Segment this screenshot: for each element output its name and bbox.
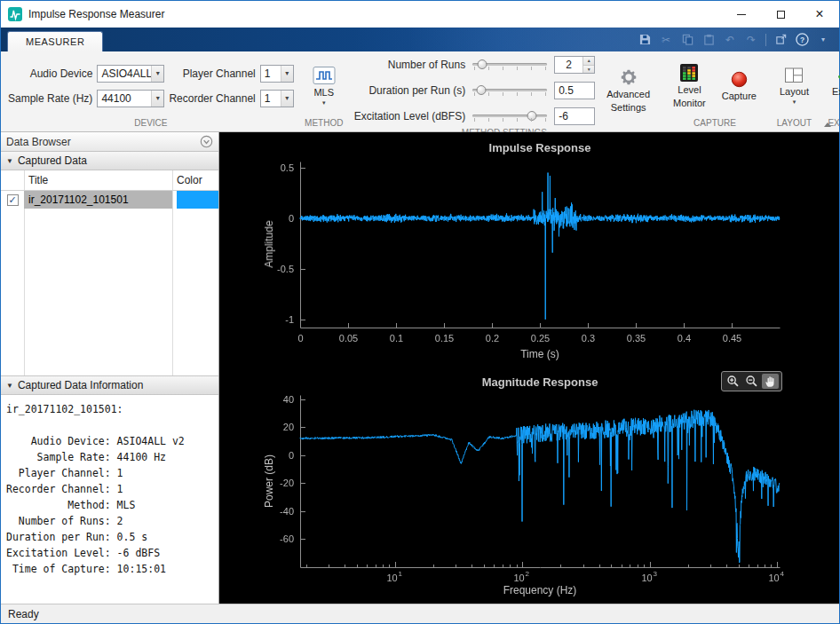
copy-icon[interactable] [680, 33, 694, 47]
sample-rate-label: Sample Rate (Hz) [8, 92, 92, 105]
collapse-triangle-icon: ▼ [6, 157, 13, 165]
layout-section-label: LAYOUT [768, 117, 820, 131]
slider-thumb[interactable] [527, 111, 536, 121]
status-bar: Ready [1, 604, 839, 623]
chevron-down-icon: ▾ [281, 66, 293, 82]
level-meter-icon [679, 63, 699, 83]
magnitude-response-canvas[interactable] [219, 370, 839, 604]
captured-data-table: Title Color ✓ ir_20171102_101501 [1, 170, 218, 376]
captured-data-info-header[interactable]: ▼ Captured Data Information [1, 376, 218, 395]
data-browser-title: Data Browser [6, 136, 71, 148]
magnitude-ylabel: Power (dB) [263, 454, 275, 508]
redo-icon[interactable]: ↷ [744, 33, 758, 47]
zoom-in-button[interactable] [725, 374, 741, 389]
row-title[interactable]: ir_20171102_101501 [24, 191, 172, 209]
recorder-channel-label: Recorder Channel [169, 92, 255, 105]
slider-thumb[interactable] [478, 59, 487, 69]
advanced-settings-button[interactable]: Advanced Settings [602, 66, 654, 115]
duration-per-run-slider[interactable] [471, 83, 549, 98]
zoom-out-icon [745, 375, 758, 388]
number-of-runs-spinner[interactable]: 2 ▲▼ [554, 56, 595, 74]
capture-section-label: CAPTURE [662, 117, 768, 131]
audio-device-dropdown[interactable]: ASIO4ALL... ▾ [97, 65, 164, 83]
maximize-button[interactable] [761, 1, 800, 28]
minimize-icon [737, 14, 746, 15]
captured-data-info: ir_20171102_101501: Audio Device: ASIO4A… [1, 395, 218, 604]
duration-per-run-field[interactable]: 0.5 [554, 82, 595, 99]
chevron-down-icon: ▾ [281, 91, 293, 107]
close-button[interactable]: × [800, 1, 839, 28]
table-row[interactable]: ✓ ir_20171102_101501 [1, 191, 218, 209]
method-value: MLS [313, 87, 334, 99]
player-channel-label: Player Channel [169, 67, 255, 80]
chevron-down-icon: ▾ [151, 91, 163, 107]
level-monitor-button[interactable]: Level Monitor [669, 61, 710, 110]
method-settings-section: Number of Runs 2 ▲▼ Duration per Run (s)… [347, 51, 662, 131]
panel-menu-icon[interactable] [200, 135, 213, 148]
device-section-label: DEVICE [1, 117, 301, 131]
export-button[interactable]: Export ▾ [828, 66, 840, 106]
chevron-down-icon: ▾ [151, 66, 163, 82]
toolbar-separator [765, 34, 766, 46]
recorder-channel-dropdown[interactable]: 1 ▾ [260, 90, 294, 107]
pan-button[interactable] [762, 374, 779, 389]
window-title: Impulse Response Measurer [28, 8, 164, 20]
chevron-down-icon: ▾ [322, 100, 326, 106]
paste-icon[interactable] [701, 33, 716, 47]
slider-thumb[interactable] [477, 85, 487, 95]
chevron-down-icon: ▾ [793, 99, 796, 105]
close-icon: × [815, 7, 823, 21]
svg-text:?: ? [799, 36, 804, 44]
status-text: Ready [8, 608, 39, 620]
tab-measurer[interactable]: MEASURER [7, 31, 103, 51]
detach-icon[interactable] [773, 33, 788, 47]
plot-zoom-toolbar [721, 371, 782, 391]
title-column-header[interactable]: Title [24, 174, 172, 186]
impulse-plot-title: Impulse Response [300, 141, 780, 154]
number-of-runs-slider[interactable] [471, 58, 549, 72]
minimize-button[interactable] [722, 1, 761, 28]
magnitude-plot-title: Magnitude Response [300, 375, 780, 389]
spinner-arrows-icon[interactable]: ▲▼ [582, 57, 594, 73]
capture-button[interactable]: Capture [717, 68, 761, 104]
sample-rate-dropdown[interactable]: 44100 ▾ [97, 90, 164, 107]
quick-access-toolbar: ✂ ↶ ↷ ? ▾ [638, 33, 839, 47]
capture-section: Level Monitor Capture CAPTURE [662, 51, 768, 131]
excitation-level-field[interactable]: -6 [554, 107, 595, 125]
excitation-level-slider[interactable] [471, 109, 549, 123]
table-header: Title Color [1, 170, 218, 191]
method-dropdown-button[interactable]: MLS ▾ [308, 64, 340, 107]
help-chevron-down-icon[interactable]: ▾ [816, 33, 830, 47]
cut-icon[interactable]: ✂ [659, 33, 673, 47]
player-channel-dropdown[interactable]: 1 ▾ [260, 65, 294, 83]
save-icon[interactable] [638, 33, 652, 47]
color-column-header[interactable]: Color [172, 174, 218, 186]
row-color-swatch[interactable] [177, 191, 218, 209]
tab-strip: MEASURER ✂ ↶ ↷ ? ▾ [1, 28, 839, 51]
help-icon[interactable]: ? [795, 33, 809, 47]
app-icon [8, 7, 22, 21]
zoom-in-icon [726, 375, 740, 388]
magnitude-response-plot: Magnitude Response Power (dB) Frequency … [219, 370, 839, 604]
captured-data-header[interactable]: ▼ Captured Data [1, 152, 218, 170]
zoom-out-button[interactable] [743, 374, 760, 389]
number-of-runs-label: Number of Runs [354, 59, 465, 71]
row-checkbox[interactable]: ✓ [7, 194, 19, 206]
export-section: Export ▾ EXPORT [820, 51, 840, 131]
magnitude-xlabel: Frequency (Hz) [503, 584, 577, 596]
layout-grid-icon [784, 67, 804, 84]
impulse-xlabel: Time (s) [520, 348, 559, 360]
audio-device-label: Audio Device [8, 67, 92, 80]
maximize-icon [777, 11, 785, 19]
layout-button[interactable]: Layout ▾ [775, 65, 813, 106]
data-browser-panel: Data Browser ▼ Captured Data Title Color [1, 132, 219, 604]
collapse-toolstrip-icon[interactable] [824, 122, 831, 127]
method-section: MLS ▾ METHOD [301, 51, 347, 131]
data-browser-header: Data Browser [1, 132, 218, 152]
impulse-response-canvas[interactable] [219, 132, 839, 370]
number-of-runs-value[interactable]: 2 [555, 57, 582, 73]
check-icon [836, 67, 840, 84]
undo-icon[interactable]: ↶ [723, 33, 737, 47]
title-bar: Impulse Response Measurer × [1, 1, 839, 28]
gear-icon [619, 67, 638, 87]
